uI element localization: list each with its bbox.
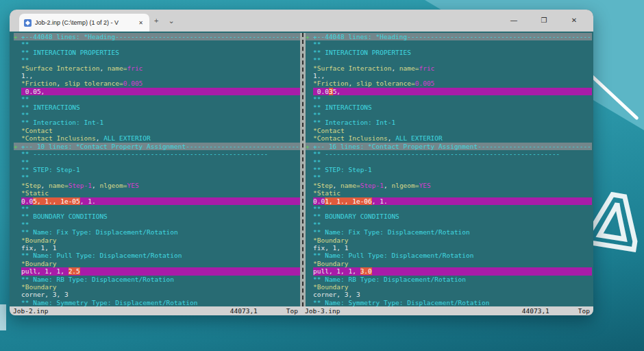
editor-line[interactable]: **: [306, 56, 592, 64]
vertical-split-separator[interactable]: [300, 33, 306, 306]
left-editor-pane[interactable]: ++--44048 lines: *Heading---------------…: [14, 33, 300, 306]
editor-line[interactable]: ** Name: RB Type: Displacement/Rotation: [306, 276, 592, 283]
editor-line[interactable]: ** Name: Symmetry Type: Displacement/Rot…: [14, 299, 300, 306]
code-segment: 0.0: [313, 88, 329, 95]
editor-line[interactable]: ** Name: Symmetry Type: Displacement/Rot…: [306, 299, 592, 306]
editor-line[interactable]: *Friction, slip tolerance=0.005: [306, 80, 592, 87]
fold-marker-icon[interactable]: +: [14, 33, 21, 40]
editor-line[interactable]: *Contact: [14, 127, 300, 134]
editor-line[interactable]: corner, 3, 3: [14, 291, 300, 298]
fold-line[interactable]: ++--44048 lines: *Heading---------------…: [306, 33, 592, 40]
editor-line[interactable]: ** Name: Fix Type: Displacement/Rotation: [14, 228, 300, 236]
editor-line[interactable]: **: [306, 221, 592, 228]
editor-line[interactable]: ** -------------------------------------…: [14, 150, 300, 158]
editor-line[interactable]: **: [14, 56, 300, 64]
editor-line[interactable]: *Step, name=Step-1, nlgeom=YES: [306, 182, 592, 189]
fold-marker-icon[interactable]: +: [306, 33, 313, 40]
editor-line[interactable]: 0.01, 1., 1e-06, 1.: [306, 197, 592, 205]
code-segment: nlgeom=: [391, 182, 419, 189]
editor-line[interactable]: ** INTERACTION PROPERTIES: [14, 49, 300, 56]
line-content: *Contact: [21, 127, 300, 134]
title-bar[interactable]: Job-2.inp (C:\temp) (1 of 2) - V ✕ + ⌄ —…: [10, 10, 593, 32]
editor-line[interactable]: pull, 1, 1, 3.0: [306, 267, 592, 275]
editor-line[interactable]: ** INTERACTIONS: [14, 104, 300, 111]
editor-line[interactable]: *Boundary: [306, 260, 592, 267]
editor-line[interactable]: *Boundary: [306, 237, 592, 244]
editor-line[interactable]: corner, 3, 3: [306, 291, 592, 298]
editor-line[interactable]: ** STEP: Step-1: [306, 166, 592, 173]
fold-column: [14, 158, 21, 166]
editor-line[interactable]: ** INTERACTION PROPERTIES: [306, 49, 592, 56]
fold-line[interactable]: ++-- 16 lines: *Contact Property Assignm…: [306, 143, 592, 150]
editor-line[interactable]: **: [14, 40, 300, 48]
editor-line[interactable]: *Boundary: [14, 283, 300, 291]
editor-line[interactable]: *Step, name=Step-1, nlgeom=YES: [14, 182, 300, 189]
editor-line[interactable]: *Friction, slip tolerance=0.005: [14, 80, 300, 87]
editor-line[interactable]: pull, 1, 1, 2.5: [14, 267, 300, 275]
editor-line[interactable]: *Boundary: [14, 237, 300, 244]
line-content: pull, 1, 1, 3.0: [313, 267, 592, 275]
editor-line[interactable]: **: [14, 95, 300, 103]
editor-line[interactable]: *Surface Interaction, name=fric: [306, 64, 592, 72]
editor-line[interactable]: **: [306, 40, 592, 48]
fold-column: [14, 95, 21, 103]
editor-line[interactable]: **: [306, 158, 592, 166]
right-editor-pane[interactable]: ++--44048 lines: *Heading---------------…: [306, 33, 592, 306]
editor-line[interactable]: ** Name: Pull Type: Displacement/Rotatio…: [14, 252, 300, 259]
tab-close-icon[interactable]: ✕: [137, 20, 145, 26]
editor-line[interactable]: **: [306, 173, 592, 181]
terminal-tab[interactable]: Job-2.inp (C:\temp) (1 of 2) - V ✕: [19, 14, 149, 32]
editor-line[interactable]: **: [306, 95, 592, 103]
line-content: 1.,: [21, 72, 300, 80]
fold-column: [306, 127, 313, 134]
editor-line[interactable]: **: [14, 158, 300, 166]
editor-line[interactable]: **: [14, 111, 300, 119]
editor-line[interactable]: **: [14, 221, 300, 228]
code-segment: ,: [41, 182, 49, 189]
fold-marker-icon[interactable]: +: [14, 143, 21, 150]
editor-line[interactable]: 0.05, 1., 1e-05, 1.: [14, 197, 300, 205]
fold-column: [306, 213, 313, 220]
editor-line[interactable]: ** -------------------------------------…: [306, 150, 592, 158]
fold-column: [306, 244, 313, 252]
editor-line[interactable]: *Contact Inclusions, ALL EXTERIOR: [306, 134, 592, 142]
minimize-button[interactable]: —: [499, 10, 529, 32]
code-segment: *Boundary: [313, 283, 348, 291]
new-tab-button[interactable]: +: [149, 16, 163, 25]
editor-line[interactable]: *Contact: [306, 127, 592, 134]
editor-line[interactable]: ** Interaction: Int-1: [306, 119, 592, 126]
editor-line[interactable]: ** Interaction: Int-1: [14, 119, 300, 126]
fold-column: [14, 299, 21, 306]
editor-line[interactable]: ** INTERACTIONS: [306, 104, 592, 111]
editor-line[interactable]: ** Name: RB Type: Displacement/Rotation: [14, 276, 300, 283]
editor-line[interactable]: *Static: [306, 189, 592, 197]
editor-line[interactable]: *Surface Interaction, name=fric: [14, 64, 300, 72]
close-button[interactable]: ✕: [559, 10, 589, 32]
editor-line[interactable]: *Boundary: [306, 283, 592, 291]
editor-line[interactable]: *Static: [14, 189, 300, 197]
editor-line[interactable]: 0.05,: [14, 88, 300, 95]
line-content: **: [313, 95, 592, 103]
fold-line[interactable]: ++-- 10 lines: *Contact Property Assignm…: [14, 143, 300, 150]
editor-line[interactable]: *Boundary: [14, 260, 300, 267]
maximize-button[interactable]: ❐: [529, 10, 559, 32]
editor-line[interactable]: fix, 1, 1: [14, 244, 300, 252]
editor-line[interactable]: **: [306, 205, 592, 213]
editor-line[interactable]: ** Name: Pull Type: Displacement/Rotatio…: [306, 252, 592, 259]
editor-line[interactable]: **: [14, 173, 300, 181]
editor-line[interactable]: **: [14, 205, 300, 213]
editor-line[interactable]: ** Name: Fix Type: Displacement/Rotation: [306, 228, 592, 236]
fold-marker-icon[interactable]: +: [306, 143, 313, 150]
editor-line[interactable]: ** BOUNDARY CONDITIONS: [306, 213, 592, 220]
fold-column: [14, 64, 21, 72]
fold-line[interactable]: ++--44048 lines: *Heading---------------…: [14, 33, 300, 40]
editor-line[interactable]: fix, 1, 1: [306, 244, 592, 252]
editor-line[interactable]: 0.035,: [306, 88, 592, 95]
editor-line[interactable]: **: [306, 111, 592, 119]
editor-line[interactable]: 1.,: [14, 72, 300, 80]
editor-line[interactable]: ** BOUNDARY CONDITIONS: [14, 213, 300, 220]
editor-line[interactable]: *Contact Inclusions, ALL EXTERIOR: [14, 134, 300, 142]
editor-line[interactable]: ** STEP: Step-1: [14, 166, 300, 173]
tab-dropdown-button[interactable]: ⌄: [163, 16, 179, 25]
editor-line[interactable]: 1.,: [306, 72, 592, 80]
